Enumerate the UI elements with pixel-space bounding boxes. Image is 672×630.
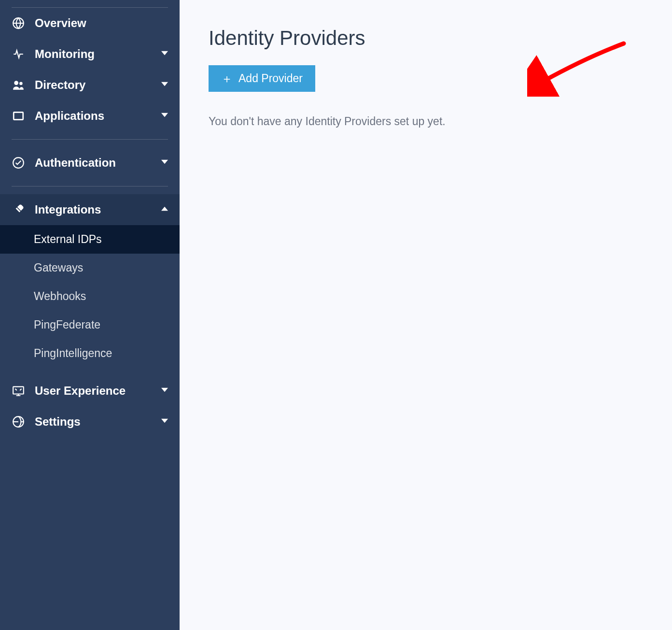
sidebar-subitem-label: Webhooks	[34, 290, 86, 303]
svg-rect-5	[13, 387, 24, 394]
sidebar-item-label: Integrations	[35, 203, 161, 216]
chevron-down-icon	[161, 113, 168, 119]
sidebar-subitem-pingintelligence[interactable]: PingIntelligence	[0, 339, 180, 368]
activity-icon	[12, 47, 25, 61]
page-title: Identity Providers	[209, 27, 643, 50]
sidebar-subitem-gateways[interactable]: Gateways	[0, 254, 180, 282]
svg-point-2	[19, 82, 22, 86]
chevron-down-icon	[161, 387, 168, 394]
sidebar-item-integrations[interactable]: Integrations	[0, 194, 180, 225]
sidebar-subitem-label: PingIntelligence	[34, 347, 112, 360]
sidebar-item-authentication[interactable]: Authentication	[0, 147, 180, 178]
chevron-down-icon	[161, 418, 168, 425]
spacer	[0, 178, 180, 186]
sidebar-item-applications[interactable]: Applications	[0, 100, 180, 131]
sidebar-subitem-label: Gateways	[34, 261, 83, 274]
sidebar-item-label: Directory	[35, 78, 161, 92]
sidebar-subitem-pingfederate[interactable]: PingFederate	[0, 311, 180, 339]
sidebar-subitem-label: External IDPs	[34, 233, 102, 246]
sidebar-item-label: Overview	[35, 16, 168, 30]
main-content: Identity Providers ＋ Add Provider You do…	[180, 0, 672, 630]
chevron-down-icon	[161, 51, 168, 57]
chevron-down-icon	[161, 159, 168, 166]
sidebar-item-monitoring[interactable]: Monitoring	[0, 39, 180, 70]
window-icon	[12, 109, 25, 123]
check-circle-icon	[12, 156, 25, 170]
sidebar-item-label: Applications	[35, 109, 161, 123]
spacer	[0, 131, 180, 139]
add-provider-button-label: Add Provider	[238, 72, 303, 85]
people-icon	[12, 78, 25, 92]
sidebar: Overview Monitoring Directory Applicatio…	[0, 0, 180, 630]
sidebar-item-label: Monitoring	[35, 47, 161, 61]
globe-settings-icon	[12, 415, 25, 429]
monitor-icon	[12, 384, 25, 398]
sidebar-item-label: User Experience	[35, 384, 161, 398]
spacer	[0, 368, 180, 375]
plug-icon	[12, 203, 25, 216]
sidebar-item-directory[interactable]: Directory	[0, 70, 180, 100]
sidebar-item-settings[interactable]: Settings	[0, 406, 180, 437]
spacer	[0, 140, 180, 147]
sidebar-item-label: Settings	[35, 415, 161, 429]
svg-rect-3	[14, 112, 23, 119]
chevron-up-icon	[161, 206, 168, 213]
globe-icon	[12, 16, 25, 30]
sidebar-subitem-webhooks[interactable]: Webhooks	[0, 282, 180, 311]
plus-icon: ＋	[221, 73, 233, 85]
chevron-down-icon	[161, 82, 168, 88]
empty-state-message: You don't have any Identity Providers se…	[209, 115, 643, 128]
add-provider-button[interactable]: ＋ Add Provider	[209, 65, 315, 92]
svg-point-1	[14, 81, 18, 85]
sidebar-subitem-external-idps[interactable]: External IDPs	[0, 225, 180, 254]
sidebar-item-overview[interactable]: Overview	[0, 8, 180, 39]
sidebar-item-user-experience[interactable]: User Experience	[0, 375, 180, 406]
sidebar-item-label: Authentication	[35, 156, 161, 170]
sidebar-subitem-label: PingFederate	[34, 318, 100, 331]
spacer	[0, 186, 180, 194]
